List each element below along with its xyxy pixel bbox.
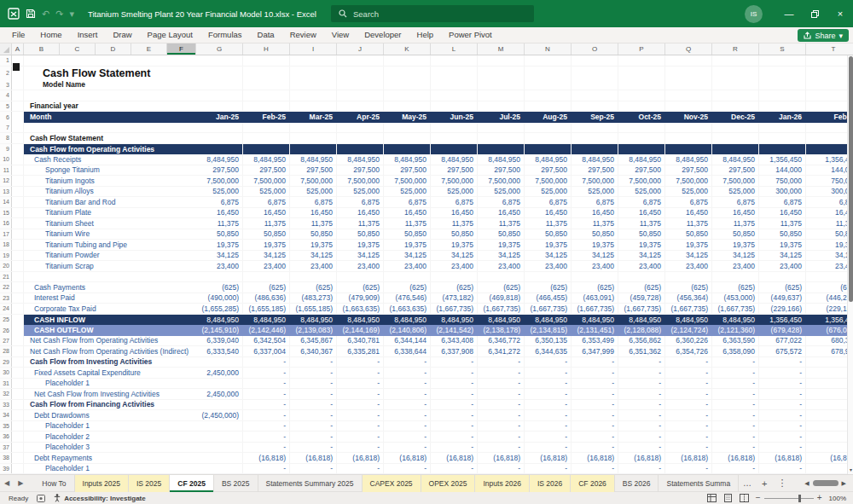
cell[interactable]: 7,500,000: [618, 176, 665, 186]
cell[interactable]: (16,818): [618, 453, 665, 463]
cell[interactable]: (16,818): [478, 453, 525, 463]
column-header-b[interactable]: B: [24, 43, 60, 55]
cell[interactable]: 50,850: [337, 229, 384, 240]
cell[interactable]: -: [478, 443, 525, 453]
cell[interactable]: 6,342,504: [243, 336, 290, 346]
cell[interactable]: [196, 464, 243, 474]
cell[interactable]: (625): [384, 282, 431, 293]
accessibility-status[interactable]: Accessibility: Investigate: [54, 494, 146, 502]
cell[interactable]: (625): [712, 282, 759, 293]
cell[interactable]: [196, 123, 243, 133]
cell[interactable]: 8,484,950: [618, 154, 665, 165]
row-label[interactable]: Placeholder 1: [24, 421, 196, 432]
cell[interactable]: May-25: [384, 112, 431, 123]
cell-a11[interactable]: [12, 165, 24, 176]
cell[interactable]: 7,500,000: [525, 176, 572, 186]
cell[interactable]: 23,400: [196, 261, 243, 271]
cell[interactable]: 50,850: [478, 229, 525, 240]
qat-customize-arrow[interactable]: ▾: [69, 9, 74, 19]
row-number[interactable]: 13: [0, 187, 12, 197]
cell[interactable]: -: [384, 443, 431, 453]
cell[interactable]: [290, 144, 337, 155]
cell-a10[interactable]: [12, 154, 24, 165]
cell[interactable]: -: [712, 410, 759, 420]
cell[interactable]: 23,400: [572, 261, 618, 271]
cell[interactable]: [525, 80, 572, 90]
row-number[interactable]: 28: [0, 346, 12, 356]
cell[interactable]: 11,375: [243, 218, 290, 229]
cell[interactable]: [665, 67, 712, 80]
cell[interactable]: -: [384, 368, 431, 378]
cell[interactable]: -: [618, 432, 665, 442]
cell[interactable]: (16,818): [665, 453, 712, 463]
cell[interactable]: -: [525, 443, 572, 453]
cell[interactable]: 34,125: [806, 251, 853, 261]
cell[interactable]: 300,000: [759, 187, 806, 197]
cell[interactable]: -: [384, 421, 431, 432]
cell[interactable]: 16,450: [712, 208, 759, 218]
cell[interactable]: -: [759, 400, 806, 410]
cell[interactable]: 6,875: [337, 197, 384, 207]
cell[interactable]: [572, 55, 618, 66]
cell[interactable]: Jun-25: [431, 112, 478, 123]
cell[interactable]: 19,375: [806, 240, 853, 250]
cell[interactable]: [196, 443, 243, 453]
zoom-track[interactable]: [764, 498, 814, 499]
cell[interactable]: [525, 55, 572, 66]
cell[interactable]: 8,484,950: [337, 315, 384, 326]
cell[interactable]: 6,333,540: [196, 346, 243, 356]
cell[interactable]: [243, 55, 290, 66]
cell[interactable]: 34,125: [572, 251, 618, 261]
cell[interactable]: 16,450: [337, 208, 384, 218]
cell[interactable]: [759, 80, 806, 90]
cell[interactable]: -: [759, 443, 806, 453]
cell[interactable]: -: [384, 464, 431, 474]
cell[interactable]: [525, 90, 572, 101]
cell[interactable]: -: [618, 443, 665, 453]
row-label[interactable]: Titanium Wire: [24, 229, 196, 240]
row-label[interactable]: Cash Flow from Operating Activities: [24, 144, 196, 155]
cell[interactable]: 6,343,408: [431, 336, 478, 346]
cell[interactable]: [525, 123, 572, 133]
cell[interactable]: 8,484,950: [243, 315, 290, 326]
cell[interactable]: [196, 379, 243, 389]
cell[interactable]: [290, 123, 337, 133]
row-label[interactable]: CASH INFLOW: [24, 315, 196, 326]
cell[interactable]: 6,358,090: [712, 346, 759, 356]
cell[interactable]: 6,337,908: [431, 346, 478, 356]
cell[interactable]: Jul-25: [478, 112, 525, 123]
cell[interactable]: 34,125: [618, 251, 665, 261]
cell[interactable]: -: [618, 357, 665, 368]
row-number[interactable]: 15: [0, 208, 12, 218]
row-label[interactable]: Titanium Sheet: [24, 218, 196, 229]
cell[interactable]: -: [665, 357, 712, 368]
cell[interactable]: 6,353,499: [572, 336, 618, 346]
cell[interactable]: [431, 67, 478, 80]
menu-tab-data[interactable]: Data: [250, 27, 282, 43]
menu-tab-help[interactable]: Help: [409, 27, 442, 43]
cell[interactable]: 1,356,450: [806, 154, 853, 165]
cell[interactable]: 6,351,362: [618, 346, 665, 356]
restore-button[interactable]: [802, 0, 827, 27]
cell[interactable]: 16,450: [665, 208, 712, 218]
cell[interactable]: 8,484,950: [290, 315, 337, 326]
cell[interactable]: [759, 133, 806, 143]
cell[interactable]: 6,875: [618, 197, 665, 207]
row-number[interactable]: 21: [0, 272, 12, 282]
cell[interactable]: [431, 133, 478, 143]
cell[interactable]: -: [431, 379, 478, 389]
cell[interactable]: 297,500: [665, 165, 712, 176]
cell[interactable]: [196, 272, 243, 282]
cell[interactable]: [337, 67, 384, 80]
row-label[interactable]: Cash Flow from Financing Activities: [24, 400, 196, 410]
cell[interactable]: 1,356,450: [806, 315, 853, 326]
cell[interactable]: -: [290, 400, 337, 410]
cell[interactable]: -: [665, 410, 712, 420]
cell[interactable]: -: [806, 464, 853, 474]
row-label[interactable]: Titanium Bar and Rod: [24, 197, 196, 207]
cell[interactable]: (1,655,185): [243, 304, 290, 314]
horizontal-scrollbar-thumb[interactable]: [813, 480, 838, 486]
column-header-t[interactable]: T: [806, 43, 853, 55]
cell[interactable]: -: [665, 464, 712, 474]
cell[interactable]: 297,500: [196, 165, 243, 176]
